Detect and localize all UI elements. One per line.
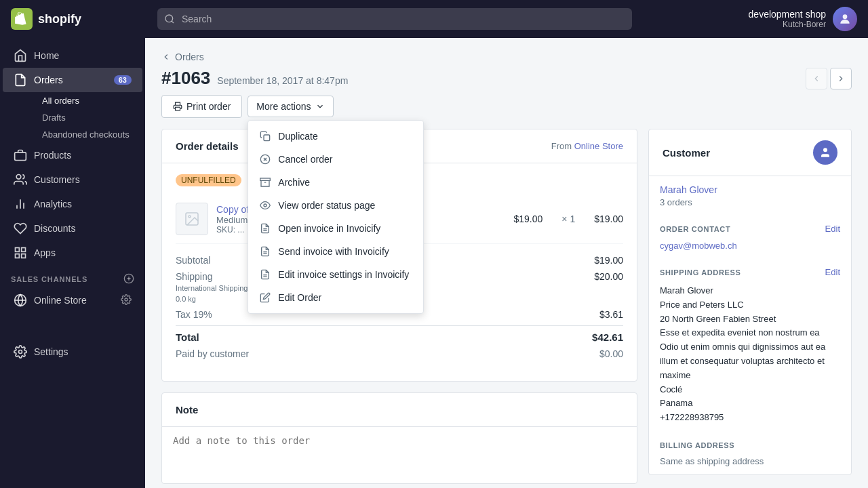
analytics-icon bbox=[14, 197, 27, 211]
search-bar[interactable] bbox=[157, 8, 632, 30]
user-menu[interactable]: development shop Kutch-Borer bbox=[749, 7, 857, 31]
customers-icon bbox=[14, 173, 27, 186]
edit-order-label: Edit Order bbox=[278, 292, 321, 303]
search-input[interactable] bbox=[157, 8, 632, 30]
sidebar-item-settings[interactable]: Settings bbox=[3, 340, 142, 364]
print-order-button[interactable]: Print order bbox=[161, 95, 242, 118]
more-actions-button[interactable]: More actions bbox=[248, 96, 333, 117]
dropdown-open-invoice[interactable]: Open invoice in Invoicify bbox=[248, 217, 423, 240]
customer-card-body: Marah Glover 3 orders bbox=[649, 176, 851, 216]
shipping-label: Shipping International Shipping 0.0 kg bbox=[176, 271, 248, 304]
note-input[interactable] bbox=[162, 427, 637, 481]
svg-rect-18 bbox=[176, 107, 180, 110]
svg-rect-10 bbox=[16, 254, 20, 258]
edit-shipping-button[interactable]: Edit bbox=[825, 267, 840, 277]
unfulfilled-badge: UNFULFILLED bbox=[176, 174, 241, 186]
sidebar-nav: Home Orders 63 All orders Drafts Abandon… bbox=[0, 38, 145, 318]
chevron-down-icon bbox=[315, 102, 325, 111]
sidebar-item-orders[interactable]: Orders 63 bbox=[3, 68, 142, 92]
apps-icon bbox=[14, 246, 27, 260]
sidebar-item-drafts[interactable]: Drafts bbox=[31, 109, 142, 126]
sidebar-item-all-orders[interactable]: All orders bbox=[31, 92, 142, 109]
sidebar-item-apps[interactable]: Apps bbox=[3, 241, 142, 265]
customer-name-link[interactable]: Marah Glover bbox=[660, 184, 840, 195]
dropdown-archive[interactable]: Archive bbox=[248, 171, 423, 194]
note-title: Note bbox=[176, 404, 198, 415]
next-order-button[interactable] bbox=[830, 68, 852, 89]
svg-point-25 bbox=[264, 204, 267, 207]
shop-name: development shop bbox=[749, 9, 826, 20]
customer-avatar-icon bbox=[819, 146, 831, 159]
edit-contact-button[interactable]: Edit bbox=[825, 224, 840, 234]
sidebar-item-online-store[interactable]: Online Store bbox=[3, 288, 142, 312]
order-actions: Print order More actions Duplicate bbox=[161, 95, 852, 118]
item-total: $19.00 bbox=[594, 214, 623, 224]
sidebar-item-customers[interactable]: Customers bbox=[3, 167, 142, 192]
logo[interactable]: shopify bbox=[11, 8, 146, 30]
dropdown-send-invoice[interactable]: Send invoice with Invoicify bbox=[248, 240, 423, 263]
sidebar-orders-label: Orders bbox=[34, 75, 63, 85]
dropdown-edit-invoice-settings[interactable]: Edit invoice settings in Invoicify bbox=[248, 263, 423, 286]
breadcrumb[interactable]: Orders bbox=[161, 52, 852, 62]
order-number: #1063 bbox=[161, 68, 210, 89]
address-line-3: 20 North Green Fabien Street bbox=[660, 314, 776, 324]
customer-email[interactable]: cygav@mobweb.ch bbox=[649, 238, 851, 259]
dropdown-edit-order[interactable]: Edit Order bbox=[248, 286, 423, 309]
svg-point-16 bbox=[125, 298, 127, 301]
more-actions-dropdown[interactable]: More actions Duplicate Cancel or bbox=[248, 96, 333, 117]
svg-point-17 bbox=[19, 350, 22, 354]
paid-label: Paid by customer bbox=[176, 348, 249, 359]
dropdown-view-status[interactable]: View order status page bbox=[248, 194, 423, 217]
billing-address-header-row: BILLING ADDRESS bbox=[649, 433, 851, 453]
tax-value: $3.61 bbox=[599, 309, 623, 320]
breadcrumb-arrow-icon bbox=[161, 52, 171, 62]
svg-rect-2 bbox=[15, 152, 26, 161]
view-status-icon bbox=[259, 199, 271, 211]
next-arrow-icon bbox=[836, 74, 846, 83]
shopify-logo-icon bbox=[15, 12, 28, 26]
sidebar-item-discounts[interactable]: Discounts bbox=[3, 216, 142, 241]
paid-value: $0.00 bbox=[599, 348, 623, 359]
from-source-link[interactable]: Online Store bbox=[574, 141, 623, 151]
total-row: Total $42.61 bbox=[176, 325, 623, 346]
prev-order-button[interactable] bbox=[806, 68, 827, 89]
archive-icon bbox=[259, 176, 271, 188]
item-price: $19.00 bbox=[513, 214, 542, 224]
subtotal-value: $19.00 bbox=[594, 255, 623, 266]
sidebar-item-home[interactable]: Home bbox=[3, 43, 142, 68]
sidebar-item-analytics[interactable]: Analytics bbox=[3, 192, 142, 216]
user-avatar[interactable] bbox=[833, 7, 857, 31]
sidebar-products-label: Products bbox=[34, 150, 71, 161]
dropdown-duplicate[interactable]: Duplicate bbox=[248, 125, 423, 148]
main-content: Orders #1063 September 18, 2017 at 8:47p… bbox=[145, 0, 868, 488]
duplicate-icon bbox=[259, 130, 271, 142]
open-invoice-label: Open invoice in Invoicify bbox=[278, 223, 380, 234]
more-actions-label: More actions bbox=[256, 101, 311, 112]
customer-card: Customer Marah Glover 3 orders ORDER CON… bbox=[648, 129, 852, 475]
edit-invoice-settings-icon bbox=[259, 268, 271, 281]
topbar: shopify development shop Kutch-Borer bbox=[0, 0, 868, 38]
svg-point-3 bbox=[16, 175, 21, 180]
sidebar-discounts-label: Discounts bbox=[34, 223, 75, 234]
svg-rect-7 bbox=[16, 248, 20, 252]
edit-invoice-settings-label: Edit invoice settings in Invoicify bbox=[278, 269, 409, 280]
sidebar-item-products[interactable]: Products bbox=[3, 143, 142, 167]
sidebar-analytics-label: Analytics bbox=[34, 199, 72, 209]
total-value: $42.61 bbox=[592, 331, 623, 343]
sidebar-item-abandoned[interactable]: Abandoned checkouts bbox=[31, 126, 142, 143]
dropdown-cancel-order[interactable]: Cancel order bbox=[248, 148, 423, 171]
billing-address-label: BILLING ADDRESS bbox=[660, 441, 734, 449]
address-line-4: Esse et expedita eveniet non nostrum ea bbox=[660, 327, 820, 338]
sales-channels-label: SALES CHANNELS bbox=[11, 275, 87, 283]
customer-card-header: Customer bbox=[649, 129, 851, 176]
products-icon bbox=[14, 148, 27, 162]
online-store-settings-icon[interactable] bbox=[121, 294, 132, 307]
svg-point-40 bbox=[823, 148, 827, 152]
paid-row: Paid by customer $0.00 bbox=[176, 346, 623, 362]
product-image-placeholder-icon bbox=[184, 211, 200, 227]
settings-icon bbox=[14, 345, 27, 359]
shipping-weight: 0.0 kg bbox=[176, 295, 196, 303]
add-sales-channel-icon[interactable] bbox=[123, 273, 134, 285]
order-details-title: Order details bbox=[176, 140, 239, 152]
from-label: From bbox=[551, 141, 572, 151]
